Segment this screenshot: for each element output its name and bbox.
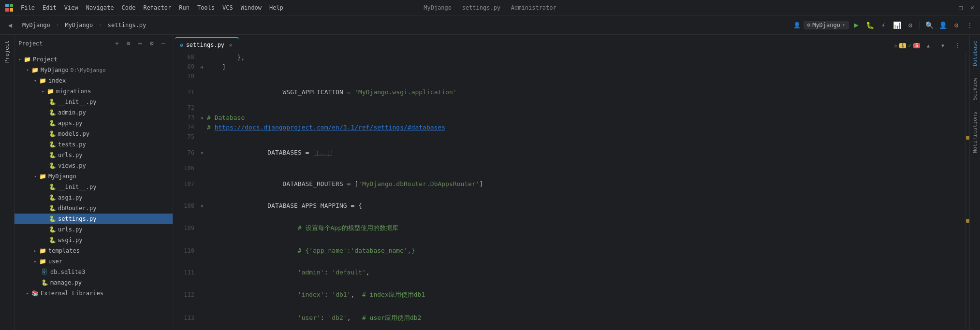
tree-project-root[interactable]: ▾ 📁 Project: [15, 54, 173, 65]
win-close[interactable]: ✕: [968, 3, 976, 12]
code-111[interactable]: 'admin': 'default',: [205, 261, 965, 283]
tree-admin[interactable]: 🐍 admin.py: [15, 107, 173, 118]
tree-mydjango-root[interactable]: ▾ 📁 MyDjango D:\MyDjango: [15, 65, 173, 75]
expand-btn[interactable]: ↔: [135, 38, 146, 49]
database-tab[interactable]: Database: [970, 35, 980, 72]
menu-navigate[interactable]: Navigate: [83, 3, 117, 12]
nav-back[interactable]: ◀: [4, 19, 16, 31]
tree-templates[interactable]: ▸ 📁 templates: [15, 245, 173, 256]
project-vtab[interactable]: Project: [2, 37, 12, 67]
menu-help[interactable]: Help: [266, 3, 287, 12]
debug-button[interactable]: 🐛: [863, 19, 876, 31]
scroll-down-btn[interactable]: ▼: [936, 39, 949, 52]
run-button[interactable]: ▶: [850, 19, 863, 31]
code-70[interactable]: [205, 72, 965, 81]
fold-72[interactable]: [198, 103, 205, 113]
editor-more-btn[interactable]: ⋮: [951, 39, 964, 52]
sort-btn[interactable]: ≡: [123, 38, 134, 49]
more-run-button[interactable]: ⚙: [904, 19, 917, 31]
tree-init-index[interactable]: 🐍 __init__.py: [15, 97, 173, 107]
breadcrumb-project[interactable]: MyDjango: [19, 20, 53, 30]
menu-code[interactable]: Code: [118, 3, 139, 12]
code-71[interactable]: WSGI_APPLICATION = 'MyDjango.wsgi.applic…: [205, 81, 965, 103]
tree-settings[interactable]: 🐍 settings.py: [15, 214, 173, 224]
tree-sqlite[interactable]: 🗄 db.sqlite3: [15, 267, 173, 277]
breadcrumb-mydjango[interactable]: MyDjango: [62, 20, 96, 30]
fold-112[interactable]: [198, 283, 205, 306]
fold-75[interactable]: [198, 132, 205, 142]
code-73[interactable]: # Database: [205, 113, 965, 122]
more-button[interactable]: ⋮: [964, 19, 976, 31]
settings-button[interactable]: ⚙: [950, 19, 963, 31]
notifications-tab[interactable]: Notifications: [970, 106, 980, 159]
fold-70[interactable]: [198, 72, 205, 81]
menu-vcs[interactable]: VCS: [219, 3, 236, 12]
fold-74[interactable]: [198, 122, 205, 132]
code-112[interactable]: 'index': 'db1', # index应用使用db1: [205, 283, 965, 306]
code-74[interactable]: # https://docs.djangoproject.com/en/3.1/…: [205, 122, 965, 132]
editor-tab-settings[interactable]: ⚙ settings.py ✕: [175, 37, 239, 52]
code-76[interactable]: DATABASES = {...}: [205, 142, 965, 163]
fold-110[interactable]: [198, 240, 205, 261]
win-maximize[interactable]: □: [957, 3, 965, 12]
search-button[interactable]: 🔍: [923, 19, 936, 31]
fold-68[interactable]: [198, 52, 205, 62]
code-108[interactable]: DATABASE_APPS_MAPPING = {: [205, 195, 965, 216]
win-minimize[interactable]: —: [946, 3, 953, 12]
fold-109[interactable]: [198, 216, 205, 240]
tree-dbrouter[interactable]: 🐍 dbRouter.py: [15, 203, 173, 214]
close-panel-btn[interactable]: —: [158, 38, 169, 49]
fold-69[interactable]: ◀: [198, 62, 205, 72]
tree-urls-index[interactable]: 🐍 urls.py: [15, 150, 173, 160]
fold-73[interactable]: ◀: [198, 113, 205, 122]
tree-external-libs[interactable]: ▸ 📚 External Libraries: [15, 288, 173, 299]
menu-edit[interactable]: Edit: [39, 3, 60, 12]
tree-urls-mydjango[interactable]: 🐍 urls.py: [15, 224, 173, 235]
minimap-scrollbar[interactable]: [965, 52, 969, 330]
code-107[interactable]: DATABASE_ROUTERS = ['MyDjango.dbRouter.D…: [205, 173, 965, 195]
tree-apps[interactable]: 🐍 apps.py: [15, 118, 173, 129]
fold-76[interactable]: ◀: [198, 142, 205, 163]
tree-user[interactable]: ▸ 📁 user: [15, 256, 173, 267]
code-editor[interactable]: 68 }, 69 ◀ ] 70: [173, 52, 965, 330]
tab-close-btn[interactable]: ✕: [227, 42, 234, 48]
sciview-tab[interactable]: SciView: [970, 72, 980, 106]
run-config[interactable]: ⚙ MyDjango ▾: [804, 21, 849, 29]
tree-index-dir[interactable]: ▾ 📁 index: [15, 75, 173, 86]
menu-view[interactable]: View: [61, 3, 82, 12]
menu-tools[interactable]: Tools: [194, 3, 218, 12]
fold-106[interactable]: [198, 163, 205, 173]
user-avatar[interactable]: 👤: [936, 19, 949, 31]
tree-asgi[interactable]: 🐍 asgi.py: [15, 192, 173, 203]
tree-wsgi[interactable]: 🐍 wsgi.py: [15, 235, 173, 245]
menu-file[interactable]: File: [17, 3, 38, 12]
add-file-btn[interactable]: +: [112, 38, 122, 49]
settings-gear-btn[interactable]: ⚙: [146, 38, 157, 49]
tree-mydjango-subdir[interactable]: ▾ 📁 MyDjango: [15, 171, 173, 182]
coverage-button[interactable]: ⚡: [877, 19, 890, 31]
code-110[interactable]: # {'app_name':'database_name',}: [205, 240, 965, 261]
code-72[interactable]: [205, 103, 965, 113]
profile-button[interactable]: 📊: [891, 19, 903, 31]
code-69[interactable]: ]: [205, 62, 965, 72]
code-106[interactable]: [205, 163, 965, 173]
code-75[interactable]: [205, 132, 965, 142]
tree-tests[interactable]: 🐍 tests.py: [15, 139, 173, 150]
tree-migrations[interactable]: ▸ 📁 migrations: [15, 86, 173, 97]
fold-107[interactable]: [198, 173, 205, 195]
fold-71[interactable]: [198, 81, 205, 103]
menu-run[interactable]: Run: [176, 3, 193, 12]
fold-108[interactable]: ◀: [198, 195, 205, 216]
menu-window[interactable]: Window: [237, 3, 265, 12]
scroll-up-btn[interactable]: ▲: [922, 39, 935, 52]
tree-init-mydjango[interactable]: 🐍 __init__.py: [15, 182, 173, 192]
tree-views[interactable]: 🐍 views.py: [15, 160, 173, 171]
menu-refactor[interactable]: Refactor: [140, 3, 175, 12]
code-109[interactable]: # 设置每个App的模型使用的数据库: [205, 216, 965, 240]
tree-models[interactable]: 🐍 models.py: [15, 129, 173, 139]
fold-111[interactable]: [198, 261, 205, 283]
code-68[interactable]: },: [205, 52, 965, 62]
code-113[interactable]: 'user': 'db2', # user应用使用db2: [205, 306, 965, 330]
breadcrumb-settings[interactable]: settings.py: [105, 20, 149, 30]
tree-manage[interactable]: 🐍 manage.py: [15, 277, 173, 288]
